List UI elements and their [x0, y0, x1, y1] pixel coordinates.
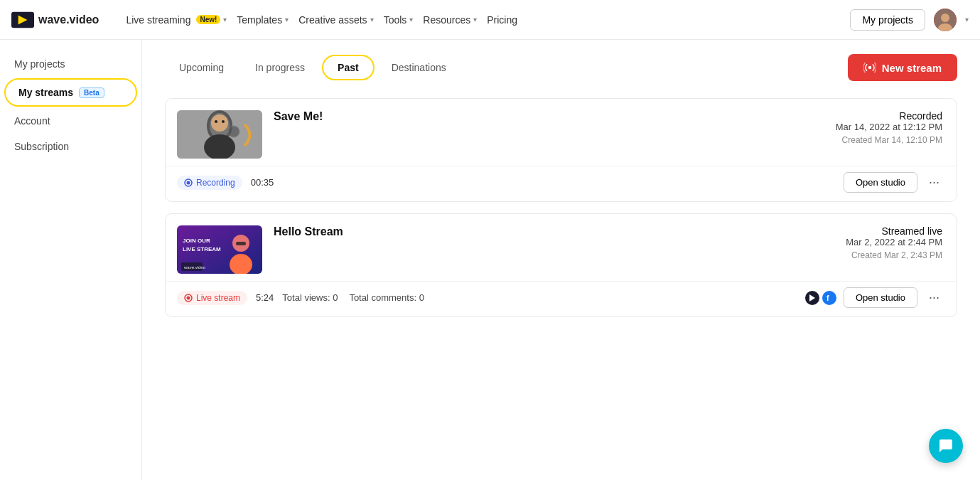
tabs-bar: Upcoming In progress Past Destinations: [165, 54, 957, 81]
sidebar-item-account-label: Account: [14, 115, 50, 127]
card-date-2: Mar 2, 2022 at 2:44 PM: [846, 237, 942, 247]
card-meta-1: Recorded Mar 14, 2022 at 12:12 PM Create…: [836, 110, 942, 145]
layout: My projects My streams Beta Account Subs…: [0, 40, 980, 480]
chat-icon: [937, 437, 954, 454]
nav-tools[interactable]: Tools ▾: [379, 11, 418, 28]
nav-live-streaming[interactable]: Live streaming New! ▾: [122, 11, 231, 28]
nav-resources[interactable]: Resources ▾: [419, 11, 481, 28]
svg-text:f: f: [826, 294, 829, 302]
card-thumbnail-2: JOIN OUR LIVE STREAM wave.video: [177, 225, 262, 274]
main-nav: Live streaming New! ▾ Templates ▾ Creati…: [122, 11, 522, 28]
card-created-1: Created Mar 14, 12:10 PM: [836, 135, 942, 145]
tab-destinations[interactable]: Destinations: [377, 56, 461, 79]
card-title-1: Save Me!: [274, 110, 824, 123]
card-actions-1: Open studio ···: [844, 172, 945, 193]
card-thumbnail-1: [177, 110, 262, 159]
nav-pricing[interactable]: Pricing: [483, 11, 522, 28]
sidebar-my-streams-highlight: My streams Beta: [4, 78, 137, 107]
nav-tools-label: Tools: [384, 14, 407, 26]
avatar[interactable]: [934, 9, 957, 31]
nav-live-streaming-chevron: ▾: [223, 16, 227, 23]
open-studio-button-1[interactable]: Open studio: [844, 172, 917, 193]
nav-creative-assets-label: Creative assets: [298, 14, 367, 26]
card-actions-2: f Open studio ···: [804, 287, 945, 308]
tabs-right: New stream: [848, 54, 957, 81]
sidebar: My projects My streams Beta Account Subs…: [0, 40, 142, 480]
new-stream-label: New stream: [882, 62, 942, 74]
nav-live-streaming-badge: New!: [196, 15, 220, 24]
card-title-2: Hello Stream: [274, 225, 834, 238]
nav-templates[interactable]: Templates ▾: [232, 11, 293, 28]
card-tag-2: Live stream: [177, 291, 247, 305]
thumbnail-image-2: JOIN OUR LIVE STREAM wave.video: [177, 225, 262, 274]
more-options-button-2[interactable]: ···: [923, 287, 945, 308]
thumbnail-image-1: [177, 110, 262, 159]
open-studio-button-2[interactable]: Open studio: [844, 287, 917, 308]
svg-point-13: [228, 126, 239, 137]
nav-live-streaming-label: Live streaming: [126, 14, 190, 26]
card-tag-1: Recording: [177, 176, 242, 190]
svg-text:JOIN OUR: JOIN OUR: [183, 238, 210, 244]
svg-text:wave.video: wave.video: [183, 265, 206, 270]
sidebar-beta-badge: Beta: [79, 87, 104, 98]
sidebar-item-my-streams-label: My streams: [18, 87, 73, 98]
svg-marker-26: [809, 294, 815, 302]
main-content: Upcoming In progress Past Destinations: [142, 40, 980, 480]
platform-wave-icon: [804, 289, 821, 306]
logo-text: wave.video: [38, 14, 99, 26]
nav-resources-label: Resources: [423, 14, 470, 26]
new-stream-button[interactable]: New stream: [848, 54, 957, 81]
card-top-1: Save Me! Recorded Mar 14, 2022 at 12:12 …: [166, 99, 957, 166]
total-views-2: Total views: 0: [282, 292, 338, 303]
sidebar-item-my-streams[interactable]: My streams Beta: [10, 81, 131, 104]
livestream-tag-icon: [184, 294, 193, 302]
sidebar-item-subscription-label: Subscription: [14, 141, 69, 152]
tab-past[interactable]: Past: [322, 55, 375, 80]
svg-text:LIVE STREAM: LIVE STREAM: [183, 246, 221, 252]
card-status-2: Streamed live: [846, 225, 942, 237]
card-bottom-1: Recording 00:35 Open studio ···: [166, 166, 957, 201]
sidebar-item-my-projects[interactable]: My projects: [0, 51, 141, 77]
sidebar-item-subscription[interactable]: Subscription: [0, 134, 141, 159]
card-created-2: Created Mar 2, 2:43 PM: [846, 250, 942, 260]
card-meta-2: Streamed live Mar 2, 2022 at 2:44 PM Cre…: [846, 225, 942, 260]
svg-point-3: [941, 14, 949, 22]
svg-point-5: [868, 66, 872, 70]
sidebar-item-my-projects-label: My projects: [14, 58, 65, 70]
card-stats-2: Total views: 0 Total comments: 0: [282, 292, 424, 303]
avatar-chevron: ▾: [965, 16, 969, 23]
nav-templates-label: Templates: [237, 14, 282, 26]
nav-resources-chevron: ▾: [473, 16, 477, 23]
stream-card-1: Save Me! Recorded Mar 14, 2022 at 12:12 …: [165, 98, 957, 202]
svg-point-11: [215, 120, 217, 123]
svg-point-25: [187, 296, 190, 299]
card-duration-1: 00:35: [251, 177, 274, 188]
logo[interactable]: wave.video: [11, 11, 99, 28]
svg-point-9: [211, 114, 228, 132]
platform-facebook-icon: f: [821, 289, 838, 306]
platform-icons-2: f: [804, 289, 838, 306]
logo-icon: [11, 11, 34, 28]
tab-upcoming[interactable]: Upcoming: [165, 56, 238, 79]
card-info-2: Hello Stream: [274, 225, 834, 241]
total-comments-2: Total comments: 0: [349, 292, 424, 303]
card-top-2: JOIN OUR LIVE STREAM wave.video Hello St…: [166, 214, 957, 281]
broadcast-icon: [863, 61, 876, 74]
svg-rect-19: [236, 242, 246, 245]
tab-in-progress[interactable]: In progress: [241, 56, 319, 79]
stream-card-2: JOIN OUR LIVE STREAM wave.video Hello St…: [165, 213, 957, 317]
header: wave.video Live streaming New! ▾ Templat…: [0, 0, 980, 40]
nav-pricing-label: Pricing: [487, 14, 517, 26]
svg-point-12: [222, 120, 225, 123]
card-duration-2: 5:24: [256, 292, 274, 303]
nav-creative-assets[interactable]: Creative assets ▾: [294, 11, 377, 28]
chat-button[interactable]: [929, 429, 963, 463]
header-right: My projects ▾: [850, 9, 969, 31]
my-projects-button[interactable]: My projects: [850, 9, 925, 31]
nav-tools-chevron: ▾: [409, 16, 413, 23]
card-date-1: Mar 14, 2022 at 12:12 PM: [836, 122, 942, 132]
card-info-1: Save Me!: [274, 110, 824, 126]
avatar-image: [934, 9, 957, 31]
sidebar-item-account[interactable]: Account: [0, 108, 141, 134]
more-options-button-1[interactable]: ···: [923, 172, 945, 193]
